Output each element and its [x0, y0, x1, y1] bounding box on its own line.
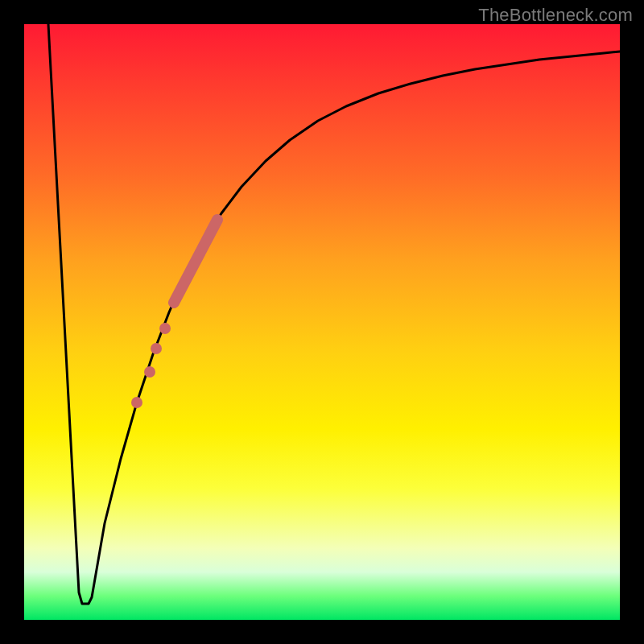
- highlight-segment: [174, 220, 217, 303]
- highlight-dot: [159, 323, 171, 334]
- highlight-dot: [144, 366, 155, 378]
- highlight-dot: [151, 343, 162, 354]
- chart-frame: TheBottleneck.com: [0, 0, 644, 644]
- watermark-text: TheBottleneck.com: [478, 5, 633, 26]
- bottleneck-curve: [48, 24, 620, 604]
- highlight-dots: [131, 323, 171, 408]
- chart-svg: [24, 24, 620, 620]
- highlight-dot: [131, 397, 142, 408]
- chart-plot-area: [24, 24, 620, 620]
